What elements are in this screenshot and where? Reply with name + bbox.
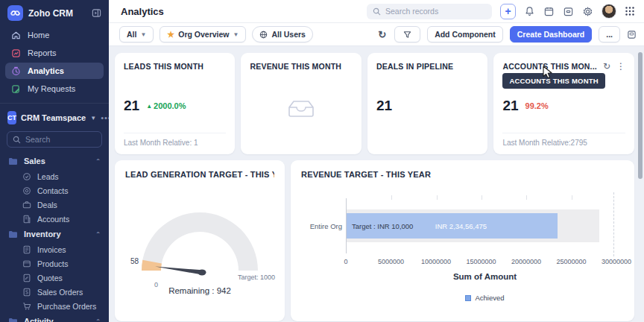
- all-users-chip[interactable]: All Users: [252, 26, 313, 42]
- gauge-value-label: 58: [130, 257, 139, 265]
- category-label: Entire Org: [302, 222, 342, 230]
- sidebar-item-deals[interactable]: Deals: [0, 198, 109, 212]
- global-search-input[interactable]: [385, 7, 486, 16]
- kpi-change: ▲2000.0%: [146, 101, 186, 110]
- tree-item-label: Deals: [37, 201, 57, 209]
- achieved-bar[interactable]: Target : INR 10,000 INR 2,34,56,475: [347, 213, 558, 239]
- tree-item-label: Products: [37, 259, 68, 268]
- folder-icon: [8, 157, 18, 165]
- sidebar-item-invoices[interactable]: Invoices: [0, 242, 109, 256]
- bar-value-label: INR 2,34,56,475: [435, 222, 487, 230]
- refresh-icon[interactable]: ↻: [376, 26, 388, 42]
- sidebar-item-home[interactable]: Home: [5, 27, 104, 43]
- global-search[interactable]: [367, 4, 492, 19]
- card-title: REVENUE THIS MONTH: [250, 62, 352, 71]
- sidebar-item-purchase-orders[interactable]: Purchase Orders: [0, 299, 109, 313]
- more-options-button[interactable]: ...: [599, 26, 620, 42]
- tree-group-label: Activity: [24, 317, 54, 322]
- sidebar-item-products[interactable]: Products: [0, 256, 109, 271]
- collapse-sidebar-icon[interactable]: [92, 8, 101, 18]
- kebab-menu-icon[interactable]: ⋮: [616, 62, 625, 71]
- zoho-logo-icon: [7, 5, 23, 21]
- leads-icon: [22, 172, 31, 181]
- sidebar-search-input[interactable]: [25, 135, 96, 144]
- sidebar: Zoho CRM Home Reports Analytics My Reque…: [0, 0, 109, 322]
- kpi-card-revenue[interactable]: REVENUE THIS MONTH: [241, 53, 361, 154]
- kpi-card-deals[interactable]: DEALS IN PIPELINE 21: [367, 53, 487, 154]
- sidebar-item-accounts[interactable]: Accounts: [0, 212, 109, 226]
- sidebar-item-reports[interactable]: Reports: [5, 45, 104, 61]
- gauge-remaining-label: Remaining : 942: [115, 286, 285, 295]
- chevron-down-icon: ▼: [233, 31, 239, 38]
- charts-row: LEAD GENERATION TARGET - THIS Y... 58 0 …: [115, 160, 634, 321]
- teamspace-caret-icon[interactable]: ▼: [90, 115, 96, 121]
- bell-icon[interactable]: [524, 6, 535, 17]
- kpi-footer: Last Month Relative:2795: [502, 133, 625, 147]
- tree-group-activity[interactable]: Activity ⌃: [0, 313, 109, 322]
- sidebar-item-analytics[interactable]: Analytics: [5, 63, 104, 79]
- tree-group-inventory[interactable]: Inventory ⌃: [0, 226, 109, 242]
- create-dashboard-button[interactable]: Create Dashboard: [510, 26, 592, 42]
- board-panel-icon[interactable]: [627, 30, 637, 40]
- scope-dropdown[interactable]: All ▼: [119, 26, 154, 42]
- card-refresh-icon[interactable]: ↻: [603, 62, 610, 71]
- analytics-icon: [10, 66, 21, 76]
- filter-button[interactable]: [394, 26, 420, 42]
- dashboard-dropdown[interactable]: ★ Org Overview ▼: [160, 26, 246, 42]
- folder-icon: [8, 318, 18, 322]
- dashboard-toolbar: All ▼ ★ Org Overview ▼ All Users ↻ Add C…: [109, 23, 644, 46]
- grid-tick: [437, 195, 438, 200]
- requests-icon: [10, 84, 21, 94]
- bar-target-label: Target : INR 10,000: [352, 222, 413, 230]
- star-icon: ★: [167, 30, 174, 40]
- quick-add-button[interactable]: +: [500, 4, 516, 19]
- topbar-actions: +: [367, 4, 635, 19]
- teamspace-row[interactable]: CT CRM Teamspace ▼ •••: [0, 103, 109, 129]
- kpi-value: 21: [124, 98, 139, 114]
- chart-legend: Achieved: [346, 294, 624, 302]
- deals-icon: [22, 201, 31, 209]
- chevron-up-icon[interactable]: ⌃: [95, 318, 101, 322]
- chevron-up-icon[interactable]: ⌃: [95, 158, 101, 165]
- dashboard-content: LEADS THIS MONTH 21 ▲2000.0% Last Month …: [109, 46, 644, 322]
- teamspace-more-icon[interactable]: •••: [101, 113, 109, 122]
- kpi-value: 21: [376, 98, 392, 114]
- sidebar-item-label: My Requests: [28, 84, 75, 93]
- bar-chart-plot: Entire Org Target : INR 10,000 INR 2,34,…: [346, 198, 616, 253]
- sidebar-item-sales-orders[interactable]: Sales Orders: [0, 285, 109, 299]
- kpi-row: LEADS THIS MONTH 21 ▲2000.0% Last Month …: [115, 53, 634, 154]
- tree-item-label: Accounts: [37, 215, 69, 224]
- x-axis-label: Sum of Amount: [346, 272, 624, 281]
- empty-inbox-icon: [288, 100, 315, 118]
- chevron-up-icon[interactable]: ⌃: [95, 231, 101, 238]
- calendar-icon[interactable]: [543, 6, 555, 17]
- revenue-target-card[interactable]: REVENUE TARGET - THIS YEAR Entire Org Ta…: [291, 160, 634, 321]
- sidebar-item-my-requests[interactable]: My Requests: [5, 80, 104, 97]
- up-arrow-icon: ▲: [146, 103, 152, 110]
- add-component-button[interactable]: Add Component: [427, 26, 503, 42]
- x-tick: 5000000: [378, 258, 404, 265]
- sidebar-item-contacts[interactable]: Contacts: [0, 183, 109, 198]
- vertical-scrollbar[interactable]: [638, 52, 643, 179]
- kpi-card-leads[interactable]: LEADS THIS MONTH 21 ▲2000.0% Last Month …: [115, 53, 235, 154]
- settings-gear-icon[interactable]: [582, 6, 593, 17]
- card-title: REVENUE TARGET - THIS YEAR: [301, 170, 624, 179]
- user-avatar[interactable]: [602, 4, 616, 19]
- toolbar-right: ↻ Add Component Create Dashboard ...: [376, 26, 637, 42]
- top-bar: Analytics +: [109, 0, 644, 23]
- marketplace-icon[interactable]: [563, 6, 574, 17]
- x-tick: 30000000: [602, 258, 631, 265]
- sidebar-item-quotes[interactable]: Quotes: [0, 271, 109, 285]
- home-icon: [10, 31, 21, 40]
- gauge-pivot: [198, 269, 206, 275]
- gauge-card[interactable]: LEAD GENERATION TARGET - THIS Y... 58 0 …: [115, 160, 285, 321]
- teamspace-badge: CT: [7, 111, 16, 124]
- gauge-target-label: Target: 1000: [238, 274, 275, 281]
- kpi-card-accounts[interactable]: ACCOUNTS THIS MON... ↻ ⋮ ACCOUNTS THIS M…: [493, 53, 634, 154]
- tree-group-sales[interactable]: Sales ⌃: [0, 153, 109, 169]
- sidebar-item-leads[interactable]: Leads: [0, 169, 109, 183]
- dashed-gridline: [613, 192, 614, 256]
- sidebar-search[interactable]: [7, 131, 102, 148]
- gauge-needle: [155, 267, 202, 275]
- apps-grid-icon[interactable]: [625, 6, 635, 16]
